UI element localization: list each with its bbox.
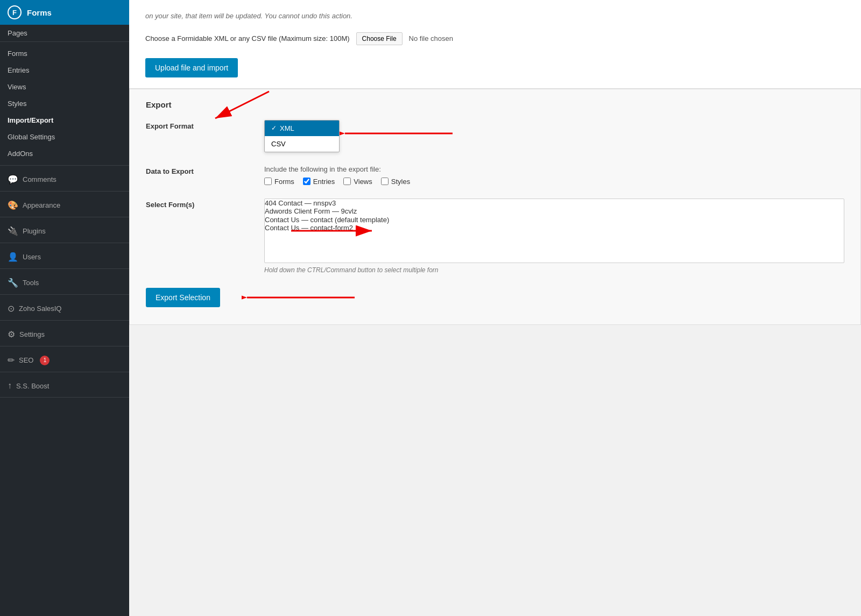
checkbox-row: Forms Entries Views Styles	[264, 178, 844, 186]
settings-icon: ⚙	[8, 329, 15, 339]
entries-checkbox[interactable]	[303, 178, 310, 185]
zoho-icon: ⊙	[8, 303, 15, 314]
views-checkbox[interactable]	[343, 178, 351, 185]
export-format-control: ✓ XML CSV	[264, 120, 844, 152]
select-forms-label: Select Form(s)	[146, 199, 253, 209]
file-input-row: Choose a Formidable XML or any CSV file …	[145, 32, 845, 45]
sidebar-item-appearance[interactable]: 🎨 Appearance	[0, 195, 129, 214]
sidebar-item-zoho[interactable]: ⊙ Zoho SalesIQ	[0, 298, 129, 317]
sidebar-tools-group: 🔧 Tools	[0, 269, 129, 295]
upload-arrow	[172, 86, 280, 129]
format-option-csv[interactable]: CSV	[265, 136, 339, 152]
checkbox-forms[interactable]: Forms	[264, 178, 294, 186]
styles-checkbox[interactable]	[381, 178, 389, 185]
users-icon: 👤	[8, 252, 18, 262]
plugins-icon: 🔌	[8, 226, 18, 236]
sidebar-item-views[interactable]: Views	[0, 79, 129, 95]
checkbox-views[interactable]: Views	[343, 178, 372, 186]
sidebar-item-global-settings[interactable]: Global Settings	[0, 129, 129, 145]
select-forms-row: Select Form(s) 404 Contact — nnspv3Adwor…	[146, 199, 844, 274]
xml-label: XML	[280, 124, 294, 132]
sidebar-comments-group: 💬 Comments	[0, 166, 129, 192]
plugin-name: Forms	[27, 8, 52, 17]
data-to-export-row: Data to Export Include the following in …	[146, 165, 844, 186]
sidebar-seo-group: ✏ SEO 1	[0, 346, 129, 372]
export-btn-row: Export Selection	[146, 287, 844, 308]
plugin-icon: F	[8, 5, 22, 19]
main-content: on your site, that item will be updated.…	[129, 0, 861, 616]
upload-import-button[interactable]: Upload file and import	[145, 58, 238, 77]
select-arrow	[286, 220, 383, 242]
styles-checkbox-label: Styles	[391, 178, 410, 186]
data-to-export-control: Include the following in the export file…	[264, 165, 844, 186]
sidebar-item-seo[interactable]: ✏ SEO 1	[0, 350, 129, 369]
sidebar-forms-group: Forms Entries Views Styles Import/Export…	[0, 42, 129, 166]
checkbox-styles[interactable]: Styles	[381, 178, 410, 186]
include-label: Include the following in the export file…	[264, 165, 844, 173]
no-file-label: No file chosen	[409, 34, 453, 43]
sidebar-item-forms[interactable]: Forms	[0, 45, 129, 62]
sidebar-item-entries[interactable]: Entries	[0, 62, 129, 79]
sidebar-item-comments[interactable]: 💬 Comments	[0, 169, 129, 188]
sidebar-settings-group: ⚙ Settings	[0, 321, 129, 346]
sidebar-item-ssboost[interactable]: ↑ S.S. Boost	[0, 376, 129, 394]
entries-checkbox-label: Entries	[313, 178, 335, 186]
sidebar-plugins-group: 🔌 Plugins	[0, 217, 129, 243]
forms-checkbox[interactable]	[264, 178, 272, 185]
sidebar-item-users[interactable]: 👤 Users	[0, 246, 129, 265]
appearance-icon: 🎨	[8, 200, 18, 210]
comments-icon: 💬	[8, 174, 18, 185]
sidebar-item-plugins[interactable]: 🔌 Plugins	[0, 221, 129, 239]
sidebar: F Forms Pages Forms Entries Views Styles…	[0, 0, 129, 616]
sidebar-appearance-group: 🎨 Appearance	[0, 192, 129, 217]
sidebar-item-addons[interactable]: AddOns	[0, 145, 129, 162]
seo-badge: 1	[40, 356, 50, 365]
warning-text: on your site, that item will be updated.…	[145, 11, 845, 22]
export-selection-button[interactable]: Export Selection	[146, 288, 220, 307]
sidebar-item-import-export[interactable]: Import/Export	[0, 112, 129, 129]
file-description: Choose a Formidable XML or any CSV file …	[145, 34, 350, 43]
sidebar-item-styles[interactable]: Styles	[0, 95, 129, 112]
ssboost-icon: ↑	[8, 381, 12, 391]
csv-label: CSV	[271, 140, 286, 148]
views-checkbox-label: Views	[354, 178, 372, 186]
select-hint: Hold down the CTRL/Command button to sel…	[264, 266, 844, 274]
sidebar-zoho-group: ⊙ Zoho SalesIQ	[0, 295, 129, 321]
sidebar-plugin-header[interactable]: F Forms	[0, 0, 129, 25]
sidebar-item-pages[interactable]: Pages	[0, 25, 129, 42]
data-to-export-label: Data to Export	[146, 165, 253, 175]
forms-checkbox-label: Forms	[274, 178, 294, 186]
checkbox-entries[interactable]: Entries	[303, 178, 335, 186]
sidebar-item-tools[interactable]: 🔧 Tools	[0, 272, 129, 291]
sidebar-users-group: 👤 Users	[0, 243, 129, 269]
sidebar-ssboost-group: ↑ S.S. Boost	[0, 372, 129, 398]
export-arrow	[242, 287, 360, 308]
format-arrow	[340, 123, 458, 144]
sidebar-item-settings[interactable]: ⚙ Settings	[0, 324, 129, 343]
tools-icon: 🔧	[8, 278, 18, 288]
choose-file-button[interactable]: Choose File	[356, 32, 403, 45]
seo-icon: ✏	[8, 355, 15, 365]
